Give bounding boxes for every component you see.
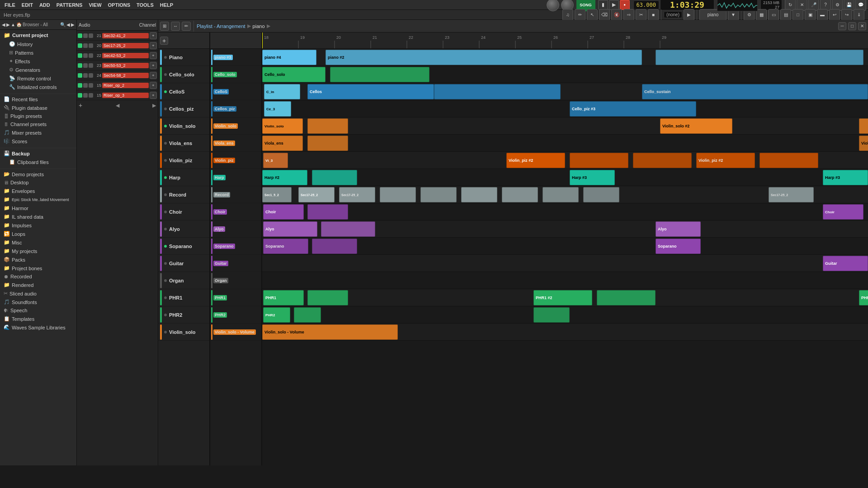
- record-block5[interactable]: [420, 187, 457, 202]
- ch-plus-btn[interactable]: +: [150, 72, 157, 79]
- pattern-row-violin-piz[interactable]: Violin_piz: [210, 152, 261, 169]
- add-track-btn[interactable]: +: [160, 37, 168, 45]
- pattern-row-organ[interactable]: Organ: [210, 272, 261, 289]
- pattern-row-viola-ens[interactable]: Viola_ens: [210, 135, 261, 152]
- ch-solo-btn[interactable]: [89, 93, 93, 98]
- track-row-violin-solo[interactable]: Violin_solo: [158, 117, 209, 135]
- soparano-block2[interactable]: [312, 239, 357, 254]
- pl-close-btn[interactable]: ✕: [858, 22, 866, 30]
- sidebar-item-impulses[interactable]: 📁 Impulses: [0, 221, 76, 230]
- track-row-piano[interactable]: Piano: [158, 49, 209, 66]
- add-channel-btn[interactable]: +: [79, 102, 82, 109]
- violin-solo-block1[interactable]: Violin_solo: [262, 118, 303, 134]
- sidebar-item-remote-control[interactable]: 📡 Remote control: [0, 74, 76, 83]
- cellos-piz-block1[interactable]: Ce_3: [264, 101, 291, 117]
- alyo-block3[interactable]: Alyo: [656, 221, 701, 237]
- down-arrow-btn[interactable]: ⇓: [854, 9, 864, 21]
- menu-help[interactable]: HELP: [157, 1, 176, 9]
- sidebar-item-harmor[interactable]: 📁 Harmor: [0, 204, 76, 212]
- track-row-phr2[interactable]: PHR2: [158, 306, 209, 324]
- violin-solo-block4[interactable]: [859, 118, 868, 134]
- pl-min-btn[interactable]: ─: [838, 22, 846, 30]
- cellos-block1[interactable]: C_in: [264, 84, 300, 99]
- ch-plus-btn[interactable]: +: [150, 42, 157, 49]
- soparano-block1[interactable]: Soparano: [263, 239, 308, 254]
- pl-tool1[interactable]: ⊞: [160, 22, 169, 31]
- sidebar-arrow-left[interactable]: ◀: [66, 22, 70, 27]
- menu-patterns[interactable]: PATTERNS: [54, 1, 85, 9]
- sidebar-item-epic-stock[interactable]: 📁 Epic Stock Me..lated Movement: [0, 195, 76, 204]
- ch-mute-btn[interactable]: [83, 83, 88, 88]
- ch-label[interactable]: Riser_op_2: [102, 83, 149, 88]
- sidebar-item-current-project[interactable]: 📁 Current project: [0, 31, 76, 40]
- sidebar-item-mixer-presets[interactable]: 🎵 Mixer presets: [0, 128, 76, 137]
- track-row-cellos-piz[interactable]: Cellos_piz: [158, 100, 209, 117]
- ch-solo-btn[interactable]: [89, 83, 93, 88]
- ch-plus-btn[interactable]: +: [150, 52, 157, 59]
- sidebar-item-plugin-database[interactable]: 🔌 Plugin database: [0, 103, 76, 112]
- ch-mute-btn[interactable]: [83, 53, 88, 58]
- violin-piz-block2[interactable]: Violin_piz #2: [506, 153, 565, 168]
- menu-add[interactable]: ADD: [37, 1, 53, 9]
- alyo-block1[interactable]: Alyo: [263, 221, 317, 237]
- record-block9[interactable]: [583, 187, 619, 202]
- sidebar-item-scores[interactable]: 🎼 Scores: [0, 137, 76, 145]
- violin-solo-block2[interactable]: [307, 118, 348, 134]
- sidebar-item-clipboard[interactable]: 📋 Clipboard files: [0, 158, 76, 166]
- breadcrumb-playlist[interactable]: Playlist - Arrangement: [197, 23, 245, 29]
- ch-green-btn[interactable]: [78, 33, 82, 38]
- phr2-block2[interactable]: [294, 307, 321, 323]
- ch-green-btn[interactable]: [78, 83, 82, 88]
- track-row-phr1[interactable]: PHR1: [158, 289, 209, 306]
- breadcrumb-piano[interactable]: piano: [253, 23, 265, 29]
- track-row-viola-ens[interactable]: Viola_ens: [158, 135, 209, 152]
- sidebar-item-project-bones[interactable]: 📁 Project bones: [0, 264, 76, 272]
- sidebar-item-demo[interactable]: 📂 Demo projects: [0, 170, 76, 178]
- pattern-row-cellos-s[interactable]: CelloS: [210, 83, 261, 100]
- violin-vol-block1[interactable]: Violin_solo - Volume: [262, 324, 398, 340]
- track-row-cellos[interactable]: CelloS: [158, 83, 209, 100]
- ch-label[interactable]: Sec32-41_2: [102, 33, 149, 38]
- menu-file[interactable]: FILE: [2, 1, 18, 9]
- menu-tools[interactable]: TOOLS: [134, 1, 156, 9]
- track-row-cello-solo[interactable]: Cello_solo: [158, 66, 209, 83]
- ch-green-btn[interactable]: [78, 93, 82, 98]
- harp-block3[interactable]: Harp #3: [570, 170, 615, 185]
- ch-label[interactable]: Riser_op_3: [102, 93, 149, 98]
- slip-tool[interactable]: ⇨: [623, 9, 634, 21]
- harp-block2[interactable]: [312, 170, 357, 185]
- sidebar-item-il-shared[interactable]: 📁 IL shared data: [0, 212, 76, 221]
- sidebar-item-desktop[interactable]: 🖥 Desktop: [0, 178, 76, 187]
- sidebar-home[interactable]: 🏠: [16, 22, 22, 27]
- phr2-block1[interactable]: PHR2: [263, 307, 290, 323]
- ch-label[interactable]: Sec54-58_2: [102, 73, 149, 78]
- pattern-row-guitar[interactable]: Guitar: [210, 255, 261, 272]
- ch-mute-btn[interactable]: [83, 33, 88, 38]
- pattern-row-phr1[interactable]: PHR1: [210, 289, 261, 306]
- mode-piano-roll[interactable]: ♫: [562, 9, 573, 21]
- sidebar-item-history[interactable]: 🕐 History: [0, 40, 76, 48]
- track-row-soparano[interactable]: Soparano: [158, 238, 209, 255]
- paste-btn[interactable]: ▬: [817, 9, 828, 21]
- sidebar-item-recorded[interactable]: ⏺ Recorded: [0, 272, 76, 281]
- record-block7[interactable]: [502, 187, 538, 202]
- choir-block2[interactable]: [307, 204, 348, 220]
- ch-label[interactable]: Sec17-25_2: [102, 43, 149, 48]
- viola-ens-block3[interactable]: Viola_ens: [859, 136, 868, 151]
- pattern-row-piano[interactable]: piano #3: [210, 49, 261, 66]
- menu-options[interactable]: OPTIONS: [105, 1, 133, 9]
- record-block10[interactable]: Sec17-25_2: [769, 187, 814, 202]
- pl-tool3[interactable]: ✏: [182, 22, 191, 31]
- sidebar-item-initialized-controls[interactable]: 🔧 Initialized controls: [0, 83, 76, 91]
- phr1-block2[interactable]: [307, 290, 348, 305]
- cello-solo-block1[interactable]: Cello_solo: [262, 67, 326, 82]
- sidebar-item-rendered[interactable]: 📁 Rendered: [0, 281, 76, 289]
- sidebar-item-patterns[interactable]: ⊞ Patterns: [0, 48, 76, 57]
- alyo-block2[interactable]: [321, 221, 375, 237]
- sidebar-item-recent-files[interactable]: 📄 Recent files: [0, 95, 76, 103]
- ch-mute-btn[interactable]: [83, 93, 88, 98]
- sidebar-item-templates[interactable]: 📋 Templates: [0, 314, 76, 323]
- sidebar-item-generators[interactable]: ⚙ Generators: [0, 66, 76, 74]
- violin-piz-block1[interactable]: Vi_3: [263, 153, 288, 168]
- guitar-block1[interactable]: Guitar: [823, 256, 868, 271]
